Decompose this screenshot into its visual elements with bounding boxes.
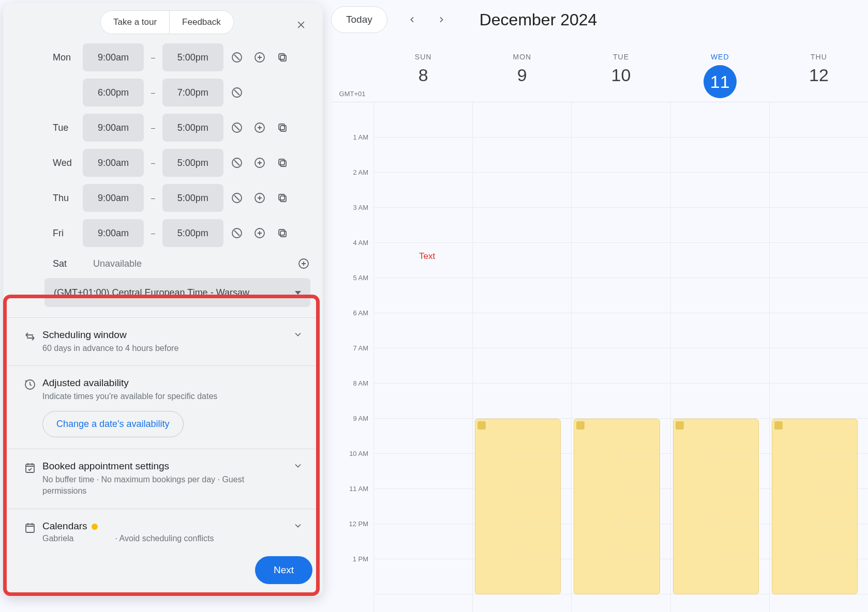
event-available-icon bbox=[24, 462, 36, 474]
day-label: Mon bbox=[53, 52, 79, 63]
hour-label: 3 AM bbox=[331, 204, 373, 239]
calendar-header: GMT+01 SUN8MON9TUE10WED11THU12 bbox=[331, 47, 868, 102]
slot bbox=[715, 489, 757, 524]
day-row: Mon9:00am–5:00pm bbox=[53, 43, 310, 71]
hour-label: 9 AM bbox=[331, 415, 373, 450]
end-time-chip[interactable]: 7:00pm bbox=[162, 79, 223, 106]
add-slot-button[interactable] bbox=[250, 154, 269, 172]
grid-column[interactable] bbox=[472, 102, 571, 612]
start-time-chip[interactable]: 9:00am bbox=[83, 43, 144, 71]
remove-slot-button[interactable] bbox=[228, 118, 246, 137]
slot bbox=[814, 559, 856, 594]
slot bbox=[715, 419, 757, 454]
add-slot-button[interactable] bbox=[297, 254, 310, 273]
svg-rect-8 bbox=[279, 124, 285, 130]
copy-slot-button[interactable] bbox=[273, 224, 292, 242]
section-title: Adjusted availability bbox=[42, 377, 308, 389]
change-date-availability-button[interactable]: Change a date's availability bbox=[42, 411, 184, 437]
hour-label: 8 AM bbox=[331, 379, 373, 415]
add-slot-button[interactable] bbox=[250, 118, 269, 137]
slot bbox=[814, 454, 856, 489]
booked-settings-section[interactable]: Booked appointment settings No buffer ti… bbox=[7, 449, 319, 509]
svg-rect-24 bbox=[26, 524, 34, 532]
prev-week-button[interactable] bbox=[403, 10, 422, 29]
end-time-chip[interactable]: 5:00pm bbox=[162, 184, 223, 212]
calendar-grid[interactable]: 1 AM2 AM3 AM4 AM5 AM6 AM7 AM8 AM9 AM10 A… bbox=[331, 102, 868, 612]
calendars-section[interactable]: Calendars Gabriela · Avoid scheduling co… bbox=[7, 509, 319, 555]
start-time-chip[interactable]: 6:00pm bbox=[83, 79, 144, 106]
day-column-header[interactable]: MON9 bbox=[472, 47, 571, 102]
add-slot-button[interactable] bbox=[250, 48, 269, 67]
chevron-left-icon bbox=[408, 16, 416, 24]
copy-slot-button[interactable] bbox=[273, 189, 292, 207]
today-button[interactable]: Today bbox=[331, 6, 387, 33]
day-number: 8 bbox=[374, 65, 472, 85]
day-column-header[interactable]: SUN8 bbox=[373, 47, 472, 102]
add-slot-button[interactable] bbox=[250, 189, 269, 207]
end-time-chip[interactable]: 5:00pm bbox=[162, 114, 223, 142]
copy-slot-button[interactable] bbox=[273, 118, 292, 137]
end-time-chip[interactable]: 5:00pm bbox=[162, 219, 223, 247]
day-column-header[interactable]: THU12 bbox=[769, 47, 868, 102]
drag-handle-icon[interactable] bbox=[774, 421, 783, 430]
start-time-chip[interactable]: 9:00am bbox=[83, 184, 144, 212]
close-icon bbox=[296, 20, 306, 30]
grid-column[interactable] bbox=[373, 102, 472, 612]
month-label: December 2024 bbox=[480, 10, 597, 29]
slot bbox=[517, 489, 559, 524]
day-row: Fri9:00am–5:00pm bbox=[53, 219, 310, 247]
add-slot-button[interactable] bbox=[250, 224, 269, 242]
take-tour-button[interactable]: Take a tour bbox=[101, 11, 170, 34]
drag-handle-icon[interactable] bbox=[576, 421, 585, 430]
timezone-label: (GMT+01:00) Central European Time - Wars… bbox=[54, 287, 249, 298]
availability-block[interactable] bbox=[673, 419, 759, 594]
feedback-button[interactable]: Feedback bbox=[170, 11, 233, 34]
dash: – bbox=[148, 229, 158, 237]
drag-handle-icon[interactable] bbox=[676, 421, 684, 430]
help-pill-group: Take a tour Feedback bbox=[100, 10, 234, 34]
remove-slot-button[interactable] bbox=[228, 83, 246, 102]
hour-label: 10 AM bbox=[331, 450, 373, 485]
next-button[interactable]: Next bbox=[255, 556, 312, 584]
grid-column[interactable] bbox=[670, 102, 769, 612]
slot bbox=[616, 419, 659, 454]
dash: – bbox=[148, 88, 158, 97]
chevron-right-icon bbox=[437, 16, 445, 24]
weekday-label: MON bbox=[473, 53, 571, 61]
start-time-chip[interactable]: 9:00am bbox=[83, 219, 144, 247]
chevron-down-icon bbox=[293, 329, 303, 340]
end-time-chip[interactable]: 5:00pm bbox=[162, 149, 223, 177]
availability-block[interactable] bbox=[475, 419, 561, 594]
day-label: Fri bbox=[53, 228, 79, 239]
timezone-select[interactable]: (GMT+01:00) Central European Time - Wars… bbox=[44, 278, 310, 307]
hour-label: 7 AM bbox=[331, 344, 373, 379]
start-time-chip[interactable]: 9:00am bbox=[83, 114, 144, 142]
availability-block[interactable] bbox=[574, 419, 660, 594]
svg-rect-12 bbox=[279, 159, 285, 165]
drag-handle-icon[interactable] bbox=[477, 421, 486, 430]
remove-slot-button[interactable] bbox=[228, 48, 246, 67]
hour-label: 4 AM bbox=[331, 239, 373, 274]
remove-slot-button[interactable] bbox=[228, 224, 246, 242]
day-column-header[interactable]: WED11 bbox=[670, 47, 769, 102]
calendar-conflicts-note: · Avoid scheduling conflicts bbox=[115, 534, 214, 543]
calendar-owner: Gabriela bbox=[42, 534, 73, 543]
next-week-button[interactable] bbox=[432, 10, 451, 29]
hour-label: 1 PM bbox=[331, 555, 373, 590]
grid-column[interactable] bbox=[769, 102, 868, 612]
availability-editor: Mon9:00am–5:00pm6:00pm–7:00pmTue9:00am–5… bbox=[7, 34, 319, 273]
day-column-header[interactable]: TUE10 bbox=[571, 47, 670, 102]
svg-rect-23 bbox=[26, 464, 34, 472]
end-time-chip[interactable]: 5:00pm bbox=[162, 43, 223, 71]
day-number: 12 bbox=[770, 65, 868, 85]
copy-slot-button[interactable] bbox=[273, 48, 292, 67]
availability-block[interactable] bbox=[772, 419, 858, 594]
remove-slot-button[interactable] bbox=[228, 154, 246, 172]
scheduling-window-section[interactable]: Scheduling window 60 days in advance to … bbox=[7, 317, 319, 365]
remove-slot-button[interactable] bbox=[228, 189, 246, 207]
close-button[interactable] bbox=[291, 14, 311, 35]
start-time-chip[interactable]: 9:00am bbox=[83, 149, 144, 177]
day-number: 11 bbox=[704, 65, 737, 98]
grid-column[interactable] bbox=[571, 102, 670, 612]
copy-slot-button[interactable] bbox=[273, 154, 292, 172]
